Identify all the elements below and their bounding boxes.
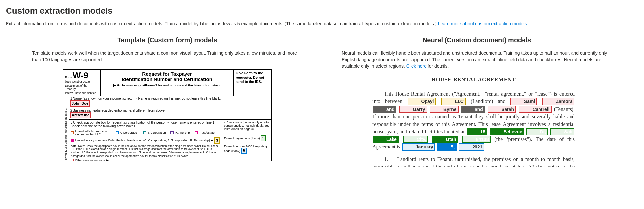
tag-tenant1-first: Sami (510, 98, 537, 105)
neural-title: Neural (Custom document) models (342, 36, 612, 44)
checkbox-trust (195, 131, 198, 134)
w9-line4-label: 4 Exemptions (codes apply only to certai… (224, 121, 270, 131)
checkbox-scorp (143, 131, 146, 134)
tag-landlord-1: Opayi (408, 98, 436, 105)
checkbox-partnership-label: Partnership (175, 131, 190, 134)
w9-line3-label: 3 Check appropriate box for federal tax … (71, 121, 220, 128)
tag-landlord-2: LLC (441, 98, 466, 105)
template-sample-image: Form W-9 (Rev. October 2018) Department … (63, 69, 272, 161)
checkbox-other (71, 159, 74, 161)
w9-side-sub: See Specific Instructions on page 3. (64, 108, 67, 150)
w9-dept2: Internal Revenue Service (65, 91, 98, 95)
page-description: Extract information from forms and docum… (6, 21, 638, 27)
tag-addr-zip: 84138 (462, 136, 491, 143)
neural-description: Neural models can flexibly handle both s… (342, 50, 612, 70)
tag-date1-year: 2021 (459, 143, 484, 150)
w9-exempt-code: 5 (261, 135, 266, 141)
w9-line1-label: 1 Name (as shown on your income tax retu… (70, 97, 270, 100)
w9-give-form: Give Form to the requester. Do not send … (234, 70, 271, 96)
neural-desc-text1: Neural models can flexibly handle both s… (342, 50, 607, 69)
checkbox-partnership (170, 131, 174, 134)
checkbox-other-label: Other (see instructions) ▶ (75, 159, 109, 161)
template-title: Template (Custom form) models (32, 36, 302, 44)
w9-goto: ▶ Go to www.irs.gov/FormW9 for instructi… (103, 83, 232, 87)
checkbox-individual (71, 131, 74, 134)
lease-title: HOUSE RENTAL AGREEMENT (372, 76, 575, 84)
checkbox-ccorp (116, 131, 119, 134)
checkbox-ccorp-label: C Corporation (120, 131, 138, 134)
w9-line1-value: John Doe (70, 100, 90, 107)
tag-addr-city1: Salt (550, 128, 574, 135)
tag-addr-street: Bellevue (490, 128, 524, 135)
columns: Template (Custom form) models Template m… (6, 36, 638, 168)
checkbox-trust-label: Trust/estate (199, 131, 215, 134)
neural-desc-text2: for details. (427, 63, 449, 69)
lease-paragraph-1: This House Rental Agreement ("Agreement,… (372, 90, 575, 151)
tag-addr-city2: Lake (373, 136, 399, 143)
w9-form-number: W-9 (73, 70, 88, 80)
w9-exempt-label: Exempt payee code (if any) (224, 137, 260, 140)
checkbox-llc-label: Limited liability company. Enter the tax… (75, 139, 213, 142)
page-description-text: Extract information from forms and docum… (6, 21, 438, 26)
w9-title-line1: Request for Taxpayer (103, 71, 232, 77)
w9-llc-code: S (214, 137, 220, 144)
w9-line2-label: 2 Business name/disregarded entity name,… (70, 109, 270, 112)
w9-side-main: Print or type. (64, 150, 67, 161)
lease-paragraph-2: 1. Landlord rents to Tenant, unfurnished… (372, 155, 575, 168)
page-title: Custom extraction models (6, 6, 638, 16)
tag-tenant2-last: Byrne (430, 106, 459, 113)
template-description: Template models work well when the targe… (32, 50, 302, 63)
page-description-period: . (527, 21, 528, 26)
w9-fatca-note: (Applies to accounts maintained outside … (224, 160, 270, 161)
w9-fatca-code: B (241, 148, 247, 154)
neural-column: Neural (Custom document) models Neural m… (342, 36, 612, 168)
tag-and-2: and (461, 106, 485, 113)
tag-addr-state: Utah (432, 136, 458, 143)
tag-tenant2-first: Garry (399, 106, 427, 113)
tag-date1-month: January (402, 143, 435, 150)
tag-date1-day: 5, (437, 143, 457, 150)
checkbox-scorp-label: S Corporation (148, 131, 166, 134)
learn-more-link[interactable]: Learn more about custom extraction model… (438, 21, 527, 26)
w9-form-label: Form (65, 76, 72, 79)
click-here-link[interactable]: Click here (406, 63, 427, 69)
template-column: Template (Custom form) models Template m… (32, 36, 302, 168)
lease-num1: 1. (384, 156, 388, 162)
w9-line2-value: Arctex Inc (70, 112, 91, 118)
w9-revision: (Rev. October 2018) (65, 80, 98, 83)
tag-addr-dr: Dr, (526, 128, 548, 135)
tag-and-1: and (373, 106, 396, 113)
tag-tenant1-last: Zamora (542, 98, 574, 105)
w9-note: Note: Note: Check the appropriate box in… (71, 144, 220, 158)
tag-addr-city3: City, (403, 136, 428, 143)
tag-addr-no: 15 (467, 128, 488, 135)
tag-tenant3-first: Sarah (488, 106, 516, 113)
checkbox-llc (71, 139, 74, 142)
w9-title-line2: Identification Number and Certification (103, 77, 232, 82)
w9-dept1: Department of the Treasury (65, 84, 98, 91)
neural-sample-image: HOUSE RENTAL AGREEMENT This House Rental… (372, 76, 581, 167)
tag-tenant3-last: Cantrell (519, 106, 551, 113)
checkbox-individual-label: Individual/sole proprietor or single-mem… (75, 130, 111, 136)
